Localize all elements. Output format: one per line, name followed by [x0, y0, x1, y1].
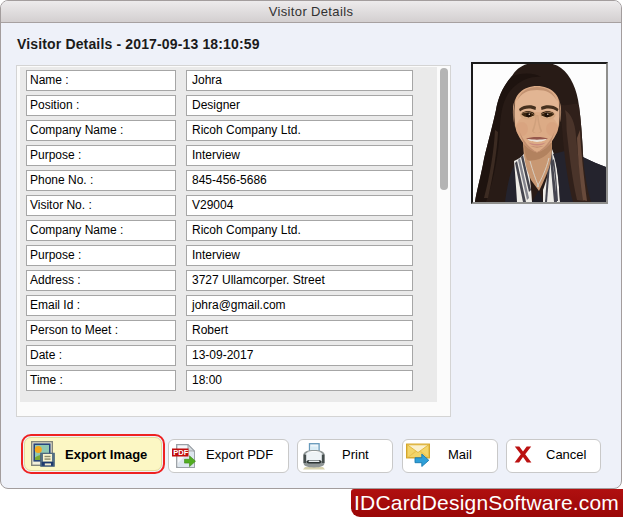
svg-text:PDF: PDF — [173, 448, 189, 457]
